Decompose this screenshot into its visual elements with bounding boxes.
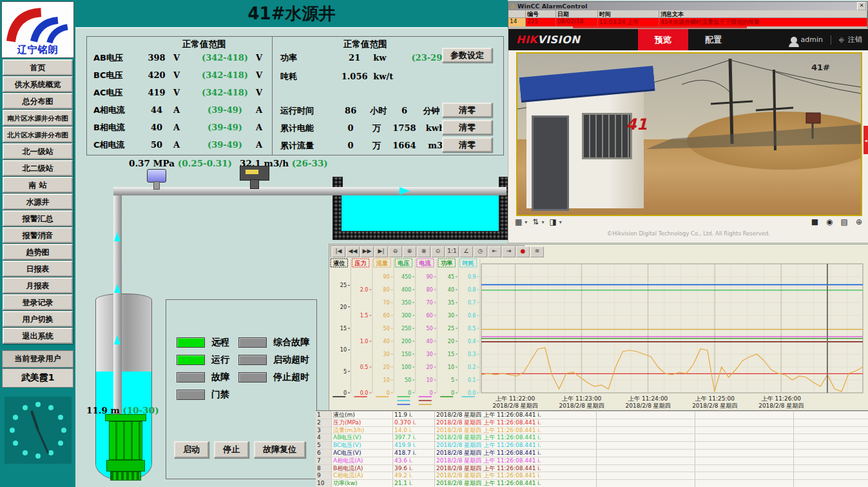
status-lamp [238, 372, 267, 383]
table-row[interactable]: 3流量(m3/h)14.0 i.2018/2/8 星期四 上午 11:26:08… [316, 427, 868, 435]
sidebar-item[interactable]: 登录记录 [3, 294, 73, 310]
table-row[interactable]: 5BC电压(V)419.9 i.2018/2/8 星期四 上午 11:26:08… [316, 442, 868, 450]
status-lamp [238, 355, 267, 365]
record-icon[interactable]: ▤ [841, 217, 848, 226]
stream-icon[interactable]: ⇅ [532, 217, 539, 226]
svg-text:功率: 功率 [441, 260, 452, 266]
sidebar-item[interactable]: 报警汇总 [3, 210, 73, 226]
chart-tool-13[interactable]: ● [516, 246, 530, 257]
sidebar-item[interactable]: 首页 [3, 59, 73, 75]
sidebar-item[interactable]: 南 站 [3, 177, 73, 193]
electrical-row: AB电压398V(342-418)V [93, 52, 269, 66]
sidebar: 辽宁铭朗 首页供水系统概览总分布图南片区水源井分布图北片区水源井分布图北一级站北… [0, 0, 75, 487]
chart-tool-11[interactable]: ⇤ [488, 246, 501, 257]
chart-tool-3[interactable]: ▶| [374, 246, 388, 257]
tab-config[interactable]: 配置 [688, 29, 738, 50]
chart-tool-8[interactable]: 1:1 [445, 246, 459, 257]
side-panel-expander[interactable]: ◄ [863, 126, 868, 154]
chart-tool-12[interactable]: ⇥ [502, 246, 516, 257]
clear-runtime-button[interactable]: 清零 [442, 103, 492, 117]
caret-down-icon[interactable]: ▾ [559, 219, 562, 225]
svg-text:0: 0 [387, 390, 390, 396]
alarm-titlebar[interactable]: ⚠ WinCC AlarmControl ✕ [508, 2, 867, 10]
sidebar-item[interactable]: 报警消音 [3, 227, 73, 243]
table-row[interactable]: 7A相电流(A)43.6 i.2018/2/8 星期四 上午 11:26:08.… [316, 457, 868, 465]
tab-preview[interactable]: 预览 [638, 29, 688, 50]
table-row[interactable]: 1液位(m)11.9 i.2018/2/8 星期四 上午 11:26:08.44… [316, 412, 868, 419]
chart-tool-0[interactable]: |◀ [332, 246, 345, 257]
svg-text:80: 80 [383, 287, 390, 293]
close-icon[interactable]: ✕ [857, 2, 866, 10]
svg-text:100: 100 [401, 364, 411, 370]
chart-tool-5[interactable]: ⊕ [403, 246, 416, 257]
camera-panel: HIKVISION 预览 配置 admin ⎆ 注销 [508, 28, 868, 243]
sidebar-item[interactable]: 北二级站 [3, 160, 73, 176]
svg-text:40: 40 [383, 339, 390, 344]
table-row[interactable]: 8B相电流(A)39.6 i.2018/2/8 星期四 上午 11:26:08.… [316, 465, 868, 473]
svg-text:400: 400 [401, 287, 411, 293]
chart-tool-4[interactable]: ⊖ [389, 246, 402, 257]
chart-tool-9[interactable]: ∠ [459, 246, 473, 257]
sidebar-item[interactable]: 退出系统 [3, 328, 73, 344]
sidebar-item[interactable]: 北片区水源井分布图 [3, 126, 73, 143]
caret-down-icon[interactable]: ▾ [525, 219, 527, 225]
chart-tool-7[interactable]: ⊙ [431, 246, 445, 257]
svg-text:20: 20 [340, 304, 347, 310]
flow-arrow-icon [114, 284, 121, 293]
caret-down-icon[interactable]: ▾ [541, 219, 544, 225]
clear-energy-button[interactable]: 清零 [442, 120, 492, 135]
title-strip: 41#水源井 [75, 0, 508, 28]
param-set-button[interactable]: 参数设定 [442, 48, 492, 63]
table-row[interactable]: 10功率(kw)21.1 i.2018/2/8 星期四 上午 11:26:08.… [316, 480, 868, 487]
table-row[interactable]: 6AC电压(V)418.7 i.2018/2/8 星期四 上午 11:26:08… [316, 450, 868, 457]
start-button[interactable]: 启动 [174, 441, 209, 458]
svg-text:20: 20 [383, 364, 390, 370]
camera-video-feed[interactable]: 41 41# [516, 52, 862, 216]
scada-screen: 辽宁铭朗 首页供水系统概览总分布图南片区水源井分布图北片区水源井分布图北一级站北… [0, 0, 868, 487]
sidebar-item[interactable]: 供水系统概览 [3, 76, 73, 92]
pressure-transmitter-stem [153, 181, 160, 190]
stop-button[interactable]: 停止 [214, 441, 249, 458]
sidebar-item[interactable]: 水源井 [3, 194, 73, 210]
stop-icon[interactable]: ■ [811, 217, 818, 226]
svg-text:0.9: 0.9 [468, 274, 476, 280]
svg-text:0.5: 0.5 [468, 326, 476, 332]
sidebar-item[interactable]: 日报表 [3, 261, 73, 277]
svg-text:1.5: 1.5 [360, 313, 369, 319]
status-indicator: 综合故障 [238, 337, 309, 348]
layout-icon[interactable]: ▦ [515, 217, 522, 226]
svg-text:2018/2/8 星期四: 2018/2/8 星期四 [493, 403, 538, 409]
sidebar-item[interactable]: 南片区水源井分布图 [3, 110, 73, 126]
svg-text:30: 30 [426, 352, 432, 357]
chart-tool-10[interactable]: ◷ [474, 246, 487, 257]
sidebar-item[interactable]: 月报表 [3, 277, 73, 293]
status-indicator: 运行 [177, 355, 229, 365]
table-row[interactable]: 9C相电流(A)49.2 i.2018/2/8 星期四 上午 11:26:08.… [316, 472, 868, 480]
table-row[interactable]: 4AB电压(V)397.7 i.2018/2/8 星期四 上午 11:26:08… [316, 434, 868, 442]
chart-tool-6[interactable]: ⊗ [417, 246, 430, 257]
alarm-time: 11:03:24 上午 [598, 18, 659, 26]
chart-tool-2[interactable]: ▶▶ [360, 246, 374, 257]
photo-window [582, 113, 632, 159]
sidebar-item[interactable]: 趋势图 [3, 244, 73, 260]
table-row[interactable]: 2压力(MPa)0.370 i.2018/2/8 星期四 上午 11:26:08… [316, 419, 868, 427]
sidebar-item[interactable]: 北一级站 [3, 143, 73, 159]
chart-tool-14[interactable]: ≋ [530, 246, 544, 257]
clear-flowtotal-button[interactable]: 清零 [442, 137, 492, 152]
capture-icon[interactable]: ◉ [826, 217, 833, 226]
reservoir-wall-bottom [333, 231, 509, 240]
camera-username[interactable]: admin [801, 35, 823, 44]
chart-tool-1[interactable]: ◀◀ [346, 246, 360, 257]
digital-zoom-icon[interactable]: ⊕ [856, 217, 862, 226]
sidebar-item[interactable]: 用户切换 [3, 311, 73, 327]
sidebar-item[interactable]: 总分布图 [3, 93, 73, 109]
playback-icon[interactable]: ◨ [549, 217, 556, 226]
fault-reset-button[interactable]: 故障复位 [254, 441, 305, 458]
status-lamp [177, 337, 205, 348]
status-lamp [177, 355, 205, 365]
alarm-row[interactable]: 14 225 08/02/18 11:03:24 上午 45#水源井瞬时流量低于… [508, 18, 867, 26]
svg-text:0: 0 [451, 390, 454, 396]
status-lamp [177, 390, 205, 400]
logout-button[interactable]: 注销 [848, 35, 862, 45]
flow-meter-stem [250, 179, 259, 189]
